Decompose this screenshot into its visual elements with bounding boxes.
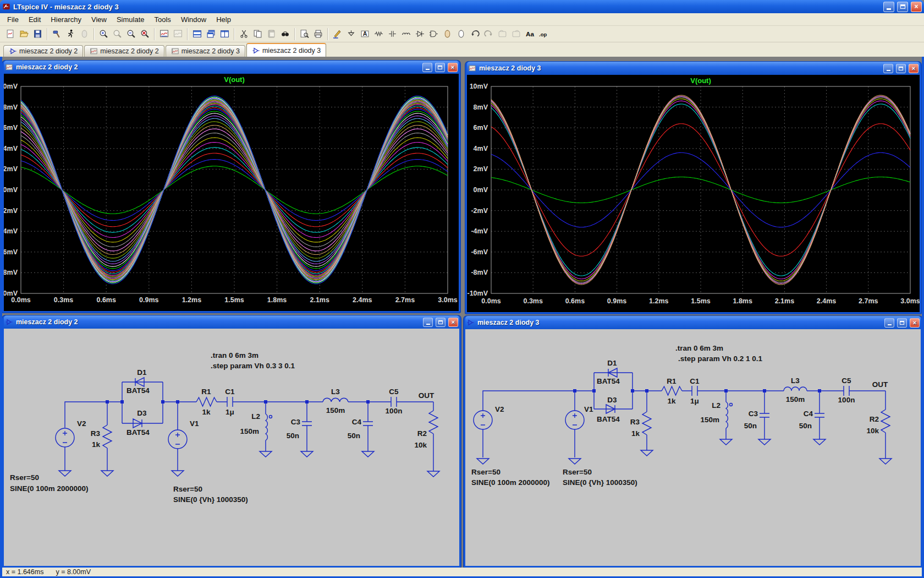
child-maximize-button[interactable]	[435, 63, 445, 72]
cut-icon[interactable]	[237, 28, 251, 41]
label-d3-value[interactable]: BAT54	[127, 428, 150, 437]
zoom-in-icon[interactable]	[97, 28, 111, 41]
directive-tran[interactable]: .tran 0 6m 3m	[211, 351, 258, 359]
resistor-icon[interactable]	[372, 28, 386, 41]
run-icon[interactable]	[64, 28, 78, 41]
directive-step[interactable]: .step param Vh 0.2 1 0.1	[678, 355, 763, 363]
label-l3-value[interactable]: 150m	[326, 406, 345, 415]
label-c1[interactable]: C1	[225, 388, 235, 396]
resistor-r2[interactable]	[429, 411, 438, 434]
capacitor-c4[interactable]	[815, 413, 824, 417]
resistor-r1[interactable]	[196, 397, 217, 406]
label-r3[interactable]: R3	[630, 418, 640, 426]
menu-help[interactable]: Help	[211, 14, 236, 25]
label-c5-value[interactable]: 100n	[838, 396, 855, 404]
label-l3[interactable]: L3	[791, 377, 800, 385]
label-c4[interactable]: C4	[804, 410, 813, 418]
tab-waveform-mieszacz-2-diody-2[interactable]: mieszacz 2 diody 2	[84, 45, 164, 57]
wires[interactable]	[65, 382, 433, 471]
child-minimize-button[interactable]	[422, 63, 432, 72]
capacitor-c5[interactable]	[844, 386, 849, 396]
label-r2-value[interactable]: 10k	[866, 427, 879, 435]
capacitor-c5[interactable]	[391, 397, 397, 407]
capacitor-c3[interactable]	[302, 422, 312, 426]
resistor-r1[interactable]	[662, 386, 682, 395]
label-c4[interactable]: C4	[352, 418, 362, 426]
label-d3[interactable]: D3	[607, 396, 617, 404]
label-c3-value[interactable]: 50n	[744, 422, 757, 430]
label-r1-value[interactable]: 1k	[202, 408, 211, 416]
label-l2-value[interactable]: 150m	[700, 416, 719, 424]
move-hand-icon[interactable]	[441, 28, 454, 41]
child-minimize-button[interactable]	[883, 64, 893, 73]
open-file-icon[interactable]	[17, 28, 31, 41]
label-l3[interactable]: L3	[331, 388, 340, 396]
label-r3[interactable]: R3	[91, 429, 101, 438]
capacitor-icon[interactable]	[386, 28, 399, 41]
app-close-button[interactable]: ×	[911, 2, 922, 12]
component-icon[interactable]	[427, 28, 441, 41]
label-v1[interactable]: V1	[190, 419, 199, 428]
resistor-r3[interactable]	[103, 425, 112, 448]
text-tool-icon[interactable]: Aa	[523, 28, 537, 41]
waveform-plot-canvas-left[interactable]: 0.0ms0.3ms0.6ms0.9ms1.2ms1.5ms1.8ms2.1ms…	[4, 74, 459, 311]
waveform-window-left-titlebar[interactable]: mieszacz 2 diody 2 ×	[4, 61, 459, 74]
trace-name-label[interactable]: V(out)	[690, 77, 711, 85]
schematic-window-left-titlebar[interactable]: mieszacz 2 diody 2 ×	[4, 315, 459, 329]
child-close-button[interactable]: ×	[909, 64, 919, 73]
label-r3-value[interactable]: 1k	[631, 429, 640, 438]
schematic-window-right-titlebar[interactable]: mieszacz 2 diody 3 ×	[465, 316, 921, 329]
tile-vertical-icon[interactable]	[218, 28, 232, 41]
label-r2-value[interactable]: 10k	[414, 441, 427, 449]
child-close-button[interactable]: ×	[448, 318, 458, 327]
note-sine-v1[interactable]: SINE(0 {Vh} 1000350)	[563, 478, 637, 487]
child-maximize-button[interactable]	[896, 64, 906, 73]
diode-icon[interactable]	[413, 28, 427, 41]
note-rser-v2[interactable]: Rser=50	[10, 473, 39, 482]
label-l3-value[interactable]: 150m	[786, 395, 805, 403]
label-c5[interactable]: C5	[389, 388, 399, 396]
resistor-r3[interactable]	[642, 412, 651, 435]
label-v2[interactable]: V2	[77, 419, 86, 428]
child-close-button[interactable]: ×	[448, 63, 458, 72]
capacitor-c1[interactable]	[227, 397, 233, 407]
schematic-canvas-left[interactable]: .tran 0 6m 3m .step param Vh 0.3 3 0.1 D…	[4, 329, 459, 566]
menu-simulate[interactable]: Simulate	[112, 14, 150, 25]
menu-file[interactable]: File	[2, 14, 24, 25]
note-sine-v1[interactable]: SINE(0 {Vh} 1000350)	[173, 495, 248, 504]
label-c1[interactable]: C1	[690, 377, 700, 385]
tab-schematic-mieszacz-2-diody-3[interactable]: mieszacz 2 diody 3	[246, 43, 326, 57]
label-c4-value[interactable]: 50n	[799, 422, 812, 430]
label-d1[interactable]: D1	[137, 368, 147, 377]
note-rser-v2[interactable]: Rser=50	[471, 468, 501, 476]
app-minimize-button[interactable]	[883, 2, 894, 12]
app-titlebar[interactable]: LTspice IV - mieszacz 2 diody 3 ×	[0, 0, 924, 13]
inductor-l2[interactable]	[726, 402, 728, 428]
label-c1-value[interactable]: 1μ	[690, 397, 699, 405]
ground-symbol-icon[interactable]	[344, 28, 358, 41]
waveform-window-right-titlebar[interactable]: mieszacz 2 diody 3 ×	[467, 62, 920, 75]
note-rser-v1[interactable]: Rser=50	[563, 468, 592, 476]
inductor-l2[interactable]	[266, 414, 267, 440]
capacitor-c3[interactable]	[760, 413, 769, 417]
label-d1[interactable]: D1	[607, 359, 617, 367]
undo-icon[interactable]	[468, 28, 482, 41]
child-close-button[interactable]: ×	[910, 318, 920, 328]
label-out[interactable]: OUT	[419, 391, 435, 400]
save-icon[interactable]	[31, 28, 45, 41]
label-r1[interactable]: R1	[667, 377, 676, 385]
control-panel-hammer-icon[interactable]	[50, 28, 64, 41]
zoom-out-icon[interactable]	[124, 28, 138, 41]
print-icon[interactable]	[311, 28, 325, 41]
menu-hierarchy[interactable]: Hierarchy	[46, 14, 86, 25]
child-minimize-button[interactable]	[423, 318, 433, 327]
wires[interactable]	[483, 373, 886, 459]
note-rser-v1[interactable]: Rser=50	[173, 485, 202, 493]
label-v2[interactable]: V2	[495, 405, 504, 413]
zoom-full-extents-icon[interactable]	[138, 28, 152, 41]
label-out[interactable]: OUT	[872, 380, 888, 389]
label-r2[interactable]: R2	[417, 429, 427, 438]
app-maximize-button[interactable]	[897, 2, 908, 12]
print-preview-icon[interactable]	[298, 28, 311, 41]
net-label-icon[interactable]: A	[358, 28, 372, 41]
